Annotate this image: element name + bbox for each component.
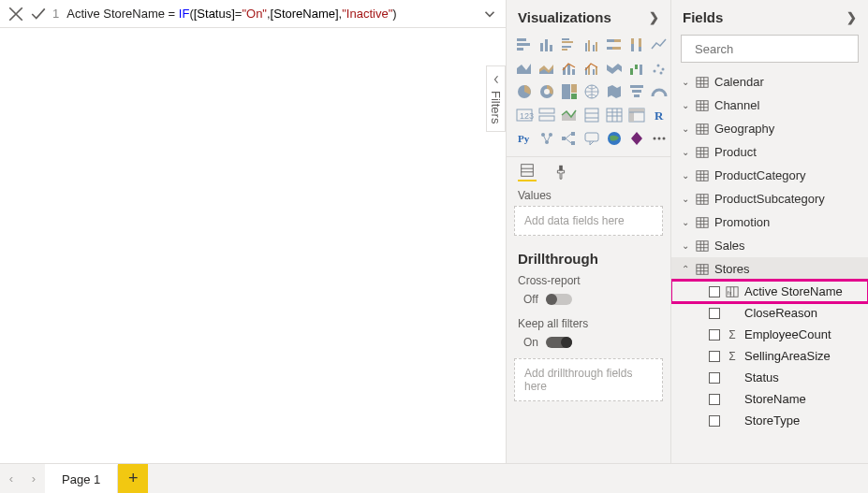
svg-rect-116 [697,240,708,251]
fields-tab-icon[interactable] [518,163,537,181]
field-checkbox[interactable] [709,351,720,362]
donut-chart-icon[interactable] [537,81,557,102]
svg-rect-13 [596,42,597,51]
field-checkbox[interactable] [709,394,720,405]
svg-rect-53 [607,109,622,122]
clustered-bar-icon[interactable] [559,35,580,55]
field-storename[interactable]: StoreName [671,388,868,410]
map-icon[interactable] [581,81,602,102]
cross-report-toggle[interactable] [546,294,572,305]
field-checkbox[interactable] [709,286,720,297]
svg-rect-4 [545,39,548,51]
qna-icon[interactable] [581,128,602,149]
keep-filters-toggle[interactable] [546,337,572,348]
line-chart-icon[interactable] [649,35,669,55]
prev-page-button[interactable]: ‹ [0,464,22,493]
page-tab-1[interactable]: Page 1 [45,464,118,493]
calc-column-icon: fx [726,285,739,298]
table-productsubcategory[interactable]: ⌄ProductSubcategory [671,187,868,210]
kpi-icon[interactable] [559,105,580,125]
svg-rect-41 [571,94,577,99]
field-storetype[interactable]: StoreType [671,410,868,431]
scatter-icon[interactable] [649,58,669,79]
powerapps-icon[interactable] [626,128,647,149]
table-icon [696,146,709,159]
values-drop-well[interactable]: Add data fields here [514,206,663,236]
caret-icon: ⌃ [681,264,690,274]
arcgis-icon[interactable] [604,128,625,149]
table-stores[interactable]: ⌃Stores [671,257,868,281]
table-promotion[interactable]: ⌄Promotion [671,210,868,234]
field-checkbox[interactable] [709,372,720,384]
more-visuals-icon[interactable] [649,128,669,149]
table-productcategory[interactable]: ⌄ProductCategory [671,164,868,187]
clustered-column-icon[interactable] [581,35,602,55]
field-closereason[interactable]: CloseReason [671,302,868,324]
chevron-right-icon: ❯ [649,10,659,24]
formula-dropdown-icon[interactable] [481,6,498,22]
format-tab-icon[interactable] [552,163,570,181]
stacked-column-100-icon[interactable] [626,35,647,55]
waterfall-icon[interactable] [626,58,647,79]
area-chart-icon[interactable] [514,58,535,79]
visualization-picker: 123 R Py [507,35,670,156]
commit-formula-icon[interactable] [30,6,47,22]
svg-rect-0 [517,38,526,41]
line-clustered-column-icon[interactable] [581,58,602,79]
field-active-storename[interactable]: fxActive StoreName [671,281,868,302]
slicer-icon[interactable] [581,105,602,125]
ribbon-chart-icon[interactable] [604,58,625,79]
cancel-formula-icon[interactable] [7,6,24,22]
table-sales[interactable]: ⌄Sales [671,234,868,257]
fields-header[interactable]: Fields ❯ [671,0,868,35]
svg-rect-78 [559,166,563,170]
multi-row-card-icon[interactable] [537,105,557,125]
table-channel[interactable]: ⌄Channel [671,94,868,117]
table-product[interactable]: ⌄Product [671,140,868,164]
formula-input[interactable]: 1Active StoreName = IF([Status]="On",[St… [52,7,476,21]
card-icon[interactable]: 123 [514,105,535,125]
stacked-area-icon[interactable] [537,58,557,79]
stacked-bar-icon[interactable] [514,35,535,55]
field-sellingareasize[interactable]: ΣSellingAreaSize [671,345,868,367]
filters-label: Filters [489,91,503,123]
svg-point-33 [657,65,660,67]
report-canvas[interactable]: Filters [0,28,506,463]
field-status[interactable]: Status [671,367,868,388]
table-icon[interactable] [604,105,625,125]
field-checkbox[interactable] [709,415,720,427]
decomposition-tree-icon[interactable] [559,128,580,149]
svg-rect-70 [585,133,598,141]
stacked-bar-100-icon[interactable] [604,35,625,55]
table-icon [696,99,709,112]
filled-map-icon[interactable] [604,81,625,102]
filters-collapsed-tab[interactable]: Filters [486,65,506,132]
visualizations-header[interactable]: Visualizations ❯ [507,0,670,35]
pie-chart-icon[interactable] [514,81,535,102]
svg-rect-12 [593,45,595,51]
line-stacked-column-icon[interactable] [559,58,580,79]
svg-rect-75 [522,165,534,177]
svg-rect-60 [629,109,644,112]
matrix-icon[interactable] [626,105,647,125]
add-page-button[interactable]: + [118,464,148,493]
r-visual-icon[interactable]: R [649,105,669,125]
stacked-column-icon[interactable] [537,35,557,55]
funnel-icon[interactable] [626,81,647,102]
treemap-icon[interactable] [559,81,580,102]
drillthrough-drop-well[interactable]: Add drillthrough fields here [514,358,663,401]
search-input[interactable] [695,42,852,56]
field-checkbox[interactable] [709,308,720,319]
field-employeecount[interactable]: ΣEmployeeCount [671,324,868,345]
svg-rect-31 [640,65,642,75]
fields-search[interactable] [681,35,859,63]
table-geography[interactable]: ⌄Geography [671,117,868,140]
gauge-icon[interactable] [649,81,669,102]
field-checkbox[interactable] [709,329,720,341]
visualizations-title: Visualizations [518,9,611,25]
key-influencers-icon[interactable] [537,128,557,149]
next-page-button[interactable]: › [22,464,45,493]
python-visual-icon[interactable]: Py [514,128,535,149]
svg-text:R: R [655,109,664,123]
table-calendar[interactable]: ⌄Calendar [671,70,868,94]
